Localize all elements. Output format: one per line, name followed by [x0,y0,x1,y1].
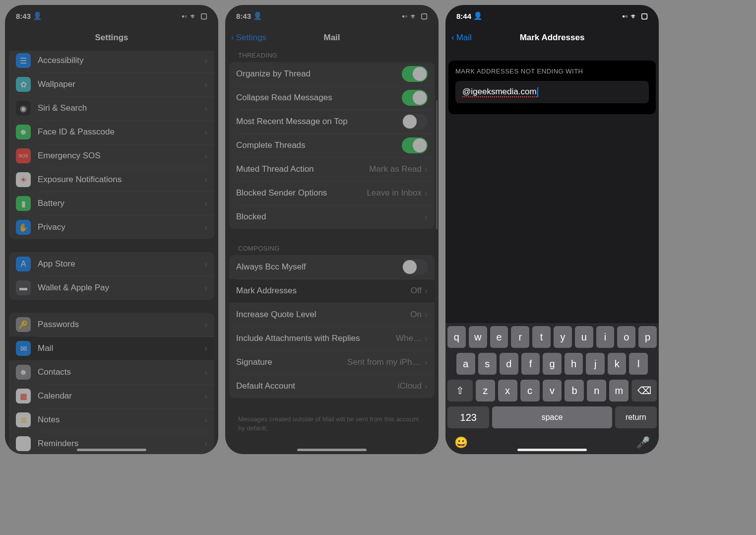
key-p[interactable]: p [638,326,657,348]
siri-search-icon: ◉ [16,101,31,116]
mail-row-include-attachments-with-replies[interactable]: Include Attachments with RepliesWhe…› [229,327,435,350]
home-indicator[interactable] [77,449,146,451]
key-c[interactable]: c [520,380,540,401]
mail-row-increase-quote-level[interactable]: Increase Quote LevelOn› [229,303,435,327]
mail-settings-list[interactable]: THREADING Organize by ThreadCollapse Rea… [225,51,439,454]
chevron-right-icon: › [204,259,207,269]
key-b[interactable]: b [565,380,584,401]
key-n[interactable]: n [587,380,606,401]
settings-row-app-store[interactable]: AApp Store› [9,252,214,276]
key-y[interactable]: y [554,326,572,348]
settings-row-passwords[interactable]: 🔑Passwords› [9,313,214,336]
key-q[interactable]: q [447,326,466,348]
mail-row-always-bcc-myself[interactable]: Always Bcc Myself [229,255,435,279]
mail-row-complete-threads[interactable]: Complete Threads [229,134,435,157]
settings-row-mail[interactable]: ✉Mail› [9,336,214,360]
status-time: 8:43 [16,12,31,20]
toggle-switch[interactable] [402,66,428,82]
key-h[interactable]: h [565,353,583,375]
mail-icon: ✉ [16,341,31,356]
key-g[interactable]: g [543,353,562,375]
settings-list[interactable]: ☰Accessibility›✿Wallpaper›◉Siri & Search… [5,51,218,454]
mail-row-default-account[interactable]: Default AccountiCloud› [229,374,435,398]
status-bar: 8:43 👤 ▪▫ ᯤ ▢ [5,5,218,25]
settings-row-wallpaper[interactable]: ✿Wallpaper› [9,72,214,96]
key-backspace[interactable]: ⌫ [631,380,657,401]
toggle-switch[interactable] [402,114,428,130]
row-label: Default Account [236,381,398,391]
key-space[interactable]: space [492,406,612,428]
key-m[interactable]: m [609,380,629,401]
wifi-icon: ᯤ [190,12,197,20]
chevron-right-icon: › [425,286,428,296]
key-u[interactable]: u [575,326,593,348]
scroll-indicator[interactable] [436,100,438,229]
key-return[interactable]: return [615,406,657,428]
domain-input[interactable]: @igeeksmedia.com [455,81,649,103]
row-label: Signature [236,357,347,367]
key-w[interactable]: w [469,326,487,348]
row-label: Include Attachments with Replies [236,334,396,343]
settings-row-privacy[interactable]: ✋Privacy› [9,215,214,239]
battery-icon: ▢ [421,11,428,20]
input-section: MARK ADDRESSES NOT ENDING WITH @igeeksme… [448,61,656,114]
key-numbers[interactable]: 123 [447,406,489,428]
mail-row-collapse-read-messages[interactable]: Collapse Read Messages [229,86,435,110]
toggle-switch[interactable] [402,259,428,275]
key-z[interactable]: z [476,380,495,401]
back-button[interactable]: ‹Settings [231,33,266,43]
key-f[interactable]: f [521,353,540,375]
row-label: App Store [38,259,204,269]
key-i[interactable]: i [596,326,615,348]
keyboard[interactable]: qwertyuiop asdfghjkl ⇧zxcvbnm⌫ 123 space… [445,323,659,454]
back-button[interactable]: ‹Mail [451,33,472,43]
key-a[interactable]: a [456,353,475,375]
mail-row-blocked[interactable]: Blocked› [229,205,435,229]
mail-row-blocked-sender-options[interactable]: Blocked Sender OptionsLeave in Inbox› [229,181,435,205]
row-label: Accessibility [38,56,204,66]
mail-row-organize-by-thread[interactable]: Organize by Thread [229,62,435,86]
emoji-icon[interactable]: 😀 [454,436,468,449]
row-label: Privacy [38,222,204,232]
key-j[interactable]: j [586,353,605,375]
settings-row-emergency-sos[interactable]: SOSEmergency SOS› [9,144,214,168]
key-l[interactable]: l [629,353,648,375]
settings-row-calendar[interactable]: ▦Calendar› [9,384,214,408]
settings-row-accessibility[interactable]: ☰Accessibility› [9,51,214,72]
home-indicator[interactable] [517,449,587,451]
key-t[interactable]: t [532,326,551,348]
toggle-switch[interactable] [402,90,428,106]
settings-row-wallet-apple-pay[interactable]: ▬Wallet & Apple Pay› [9,276,214,300]
toggle-switch[interactable] [402,137,428,153]
key-x[interactable]: x [498,380,517,401]
row-label: Wallet & Apple Pay [38,283,204,293]
chevron-right-icon: › [204,175,207,185]
settings-row-siri-search[interactable]: ◉Siri & Search› [9,96,214,120]
settings-row-notes[interactable]: ≣Notes› [9,408,214,432]
battery-icon: ▢ [641,11,648,20]
settings-row-exposure-notifications[interactable]: ☀Exposure Notifications› [9,168,214,192]
key-e[interactable]: e [490,326,508,348]
row-label: Mail [38,343,204,353]
key-r[interactable]: r [511,326,529,348]
key-k[interactable]: k [608,353,627,375]
mail-row-mark-addresses[interactable]: Mark AddressesOff› [229,279,435,303]
mic-icon[interactable]: 🎤 [636,436,650,449]
key-o[interactable]: o [617,326,635,348]
settings-row-face-id-passcode[interactable]: ☻Face ID & Passcode› [9,120,214,144]
mail-row-most-recent-message-on-top[interactable]: Most Recent Message on Top [229,110,435,134]
mail-row-signature[interactable]: SignatureSent from my iPhone› [229,350,435,374]
mail-row-muted-thread-action[interactable]: Muted Thread ActionMark as Read› [229,157,435,181]
key-s[interactable]: s [478,353,497,375]
row-label: Mark Addresses [236,286,411,296]
key-v[interactable]: v [543,380,562,401]
home-indicator[interactable] [297,449,367,451]
key-d[interactable]: d [500,353,518,375]
key-shift[interactable]: ⇧ [447,380,473,401]
reminders-icon: ☑ [16,436,31,451]
settings-row-contacts[interactable]: ☻Contacts› [9,360,214,384]
nav-bar: Settings [5,25,218,51]
settings-row-battery[interactable]: ▮Battery› [9,192,214,215]
chevron-right-icon: › [204,415,207,425]
row-value: iCloud [398,381,422,391]
